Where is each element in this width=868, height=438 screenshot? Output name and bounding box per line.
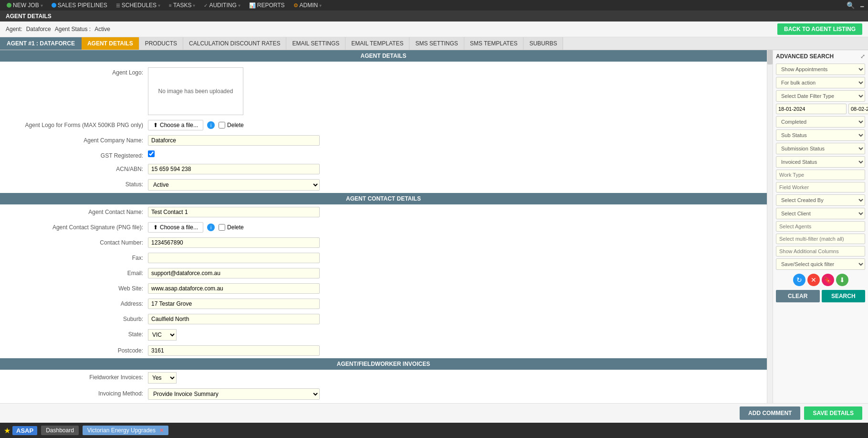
acn-input[interactable] [148, 164, 320, 174]
contact-signature-label: Agent Contact Signature (PNG file): [10, 222, 143, 231]
tab-sms-settings[interactable]: SMS SETTINGS [409, 37, 464, 50]
contact-number-input[interactable] [148, 237, 320, 248]
company-name-input[interactable] [148, 135, 320, 146]
advanced-search-expand-icon[interactable]: ⤢ [860, 53, 865, 60]
signature-choose-file-button[interactable]: ⬆ Choose a file... [148, 222, 203, 233]
company-name-control [148, 135, 320, 146]
delete-checkbox[interactable] [219, 122, 225, 128]
no-image-placeholder: No image has been uploaded [148, 67, 243, 115]
date-to-input[interactable] [848, 104, 868, 114]
main-content: AGENT DETAILS Agent Logo: No image has b… [0, 50, 868, 403]
taskbar-star-icon: ★ [4, 426, 10, 435]
cancel-filter-button[interactable]: ✕ [807, 274, 820, 286]
state-control: VIC [148, 329, 320, 341]
address-input[interactable] [148, 299, 320, 309]
completed-select[interactable]: Completed [776, 116, 865, 128]
tab-agent-details[interactable]: AGENT DETAILS [82, 37, 139, 50]
refresh-button[interactable]: ↻ [793, 274, 805, 286]
taskbar-logo: ASAP [12, 426, 37, 435]
submission-status-select[interactable]: Submission Status [776, 143, 865, 154]
work-type-input[interactable] [776, 170, 865, 180]
gst-control [148, 150, 320, 159]
nav-admin[interactable]: ⚙ ADMIN ▾ [290, 1, 326, 10]
select-agents-input[interactable] [776, 221, 865, 232]
contact-name-label: Agent Contact Name: [10, 207, 143, 215]
clear-search-buttons-row: CLEAR SEARCH [776, 290, 865, 302]
minimize-button[interactable]: 🗕 [859, 2, 865, 9]
suburb-control [148, 314, 320, 324]
signature-info-icon[interactable]: i [207, 224, 215, 231]
nav-sales-pipelines[interactable]: SALES PIPELINES [48, 1, 111, 10]
taskbar-tab-dashboard[interactable]: Dashboard [41, 426, 79, 435]
fieldworker-invoices-label: Fieldworker Invoices: [10, 372, 143, 381]
multi-filter-input[interactable] [776, 234, 865, 244]
nav-reports[interactable]: 📊 REPORTS [245, 1, 289, 10]
form-row-fieldworker-invoices: Fieldworker Invoices: Yes No [0, 370, 767, 386]
website-input[interactable] [148, 283, 320, 294]
taskbar-logo-area: ★ ASAP [4, 426, 37, 435]
date-from-input[interactable] [776, 104, 847, 114]
save-filter-button[interactable]: 🔖 [822, 274, 834, 286]
back-to-agent-listing-button[interactable]: BACK TO AGENT LISTING [777, 23, 862, 35]
agent-info-bar: Agent: Dataforce Agent Status : Active B… [0, 21, 868, 37]
invoicing-method-select[interactable]: Provide Invoice Summary [148, 388, 320, 400]
suburb-input[interactable] [148, 314, 320, 324]
select-created-by-select[interactable]: Select Created By [776, 194, 865, 206]
tab-products[interactable]: PRODUCTS [139, 37, 183, 50]
status-label: Status: [10, 179, 143, 188]
postcode-label: Postcode: [10, 345, 143, 354]
clear-button[interactable]: CLEAR [776, 290, 820, 302]
form-row-postcode: Postcode: [0, 343, 767, 358]
nav-tasks[interactable]: ≡ TASKS ▾ [165, 1, 199, 10]
tab-calculation-discount-rates[interactable]: CALCULATION DISCOUNT RATES [183, 37, 286, 50]
save-quick-filter-select[interactable]: Save/Select quick filter [776, 258, 865, 270]
choose-file-button[interactable]: ⬆ Choose a file... [148, 120, 203, 130]
signature-upload-icon: ⬆ [153, 224, 158, 231]
date-filter-type-select[interactable]: Select Date Filter Type [776, 90, 865, 102]
search-icon[interactable]: 🔍 [847, 1, 855, 9]
agent-label: Agent: [6, 26, 22, 32]
invoiced-status-select[interactable]: Invoiced Status [776, 156, 865, 168]
postcode-input[interactable] [148, 345, 320, 356]
fax-input[interactable] [148, 253, 320, 263]
bottom-bar: ADD COMMENT SAVE DETAILS [0, 403, 868, 423]
state-select[interactable]: VIC [148, 329, 177, 341]
contact-name-input[interactable] [148, 207, 320, 217]
signature-delete-checkbox[interactable] [219, 224, 225, 231]
top-navigation: NEW JOB ▾ SALES PIPELINES ☰ SCHEDULES ▾ … [0, 0, 868, 11]
tab-email-templates[interactable]: EMAIL TEMPLATES [345, 37, 409, 50]
status-select[interactable]: Active [148, 179, 320, 191]
bulk-action-select[interactable]: For bulk action [776, 77, 865, 88]
info-icon[interactable]: i [207, 121, 215, 129]
show-additional-columns-input[interactable] [776, 246, 865, 256]
download-button[interactable]: ⬇ [836, 274, 848, 286]
email-input[interactable] [148, 268, 320, 278]
date-range-row [776, 104, 865, 114]
taskbar-tab-victorian[interactable]: Victorian Energy Upgrades ✕ [83, 426, 168, 435]
state-label: State: [10, 329, 143, 338]
agent-status-label: Agent Status : [55, 26, 91, 32]
field-worker-input[interactable] [776, 182, 865, 192]
form-row-website: Web Site: [0, 281, 767, 296]
section-agent-details: AGENT DETAILS [0, 50, 767, 62]
search-button[interactable]: SEARCH [822, 290, 866, 302]
show-appointments-select[interactable]: Show Appointments [776, 64, 865, 75]
gst-checkbox[interactable] [148, 150, 155, 157]
add-comment-button[interactable]: ADD COMMENT [740, 406, 800, 420]
nav-schedules[interactable]: ☰ SCHEDULES ▾ [112, 1, 164, 10]
tab-suburbs[interactable]: SUBURBS [523, 37, 563, 50]
acn-control [148, 164, 320, 174]
save-details-button[interactable]: SAVE DETAILS [804, 406, 862, 420]
advanced-search-title: ADVANCED SEARCH [776, 53, 834, 60]
taskbar-close-icon[interactable]: ✕ [159, 427, 164, 434]
taskbar: ★ ASAP Dashboard Victorian Energy Upgrad… [0, 423, 868, 438]
agent-logo-forms-label: Agent Logo for Forms (MAX 500KB PNG only… [10, 120, 143, 128]
nav-auditing[interactable]: ✓ AUDITING ▾ [200, 1, 244, 10]
nav-new-job[interactable]: NEW JOB ▾ [3, 1, 47, 10]
tab-email-settings[interactable]: EMAIL SETTINGS [286, 37, 345, 50]
email-control [148, 268, 320, 278]
tab-sms-templates[interactable]: SMS TEMPLATES [464, 37, 524, 50]
sub-status-select[interactable]: Sub Status [776, 129, 865, 141]
fieldworker-invoices-select[interactable]: Yes No [148, 372, 177, 384]
select-client-select[interactable]: Select Client [776, 208, 865, 219]
